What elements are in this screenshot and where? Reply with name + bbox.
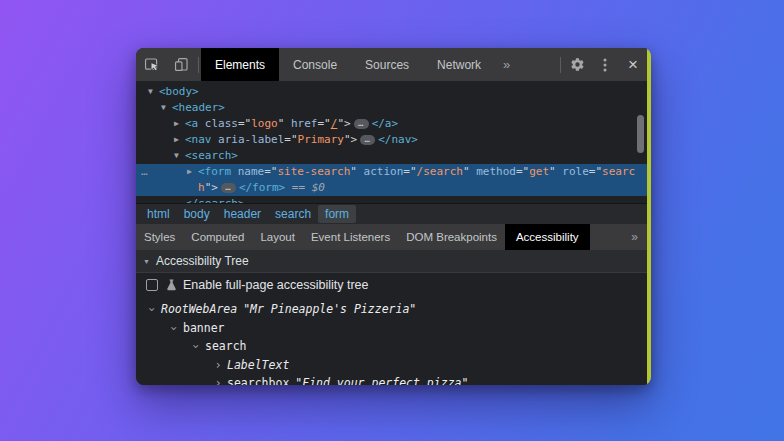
expand-arrow-icon[interactable]: ▶ [174, 116, 185, 132]
value-token: logo [251, 117, 278, 130]
tab-dom-breakpoints[interactable]: DOM Breakpoints [398, 224, 505, 250]
value-token: Primary [298, 133, 344, 146]
chevron-down-icon[interactable]: › [187, 340, 206, 352]
ax-node-search[interactable]: ›search [136, 337, 647, 356]
tag-token: </search> [185, 197, 245, 203]
tag-token: </nav> [378, 133, 418, 146]
attr-token: href [284, 117, 317, 130]
close-icon[interactable]: × [619, 48, 647, 81]
desktop-background: Elements Console Sources Network » [0, 0, 784, 441]
expand-arrow-icon[interactable]: ▶ [174, 132, 185, 148]
dom-tree-panel: ▼<body> ▼<header> ▶<a class="logo" href=… [136, 81, 647, 203]
tag-token: <search> [185, 149, 238, 162]
toolbar-divider [198, 57, 199, 73]
ax-role: search [205, 339, 247, 353]
ax-name-value: "Mr Pineapple's Pizzeria" [243, 302, 416, 316]
more-panels-button[interactable]: » [495, 48, 518, 81]
selected-node-hint: == $0 [285, 181, 325, 194]
tab-accessibility[interactable]: Accessibility [505, 224, 590, 250]
ax-role: RootWebArea [161, 302, 237, 316]
ax-node-labeltext[interactable]: ›LabelText [136, 356, 647, 375]
sidebar-tabs: Styles Computed Layout Event Listeners D… [136, 224, 647, 250]
kebab-menu-icon[interactable] [591, 48, 619, 81]
enable-a11y-checkbox[interactable] [146, 279, 158, 291]
tag-token: <body> [159, 85, 199, 98]
breadcrumb-item-html[interactable]: html [140, 205, 177, 223]
dom-node-body[interactable]: ▼<body> [136, 84, 647, 100]
close-glyph: × [628, 56, 638, 73]
expand-arrow-icon[interactable]: ▼ [148, 84, 159, 100]
devtools-panel: Elements Console Sources Network » [136, 48, 647, 385]
chevron-down-icon[interactable]: › [143, 303, 162, 315]
toolbar-divider [560, 57, 561, 73]
breadcrumb-item-form[interactable]: form [318, 205, 356, 223]
tab-network[interactable]: Network [423, 48, 495, 81]
enable-a11y-label: Enable full-page accessibility tree [183, 278, 369, 292]
ax-role: banner [183, 321, 225, 335]
ax-role: searchbox [227, 376, 289, 385]
expand-arrow-icon[interactable]: ▶ [187, 164, 198, 180]
tab-console[interactable]: Console [279, 48, 351, 81]
gutter-ellipsis[interactable]: … [141, 164, 149, 180]
tab-layout[interactable]: Layout [252, 224, 303, 250]
toolbar-right-controls: × [558, 48, 647, 81]
expand-arrow-icon[interactable]: ▼ [174, 148, 185, 164]
collapsed-content-ellipsis[interactable]: … [221, 183, 236, 193]
tab-sources[interactable]: Sources [351, 48, 423, 81]
ax-node-rootwebarea[interactable]: ›RootWebArea"Mr Pineapple's Pizzeria" [136, 300, 647, 319]
dom-tree-scrollbar[interactable] [637, 115, 644, 153]
expand-arrow-icon[interactable]: ▼ [161, 100, 172, 116]
enable-fullpage-a11y-row: Enable full-page accessibility tree [136, 273, 647, 297]
device-toolbar-icon[interactable] [166, 48, 196, 81]
collapsed-content-ellipsis[interactable]: … [360, 135, 375, 145]
tag-token: </form> [239, 181, 285, 194]
accessibility-tree: ›RootWebArea"Mr Pineapple's Pizzeria" ›b… [136, 297, 647, 385]
ax-role: LabelText [227, 358, 289, 372]
dom-node-form-selected[interactable]: … ▶<form name="site-search" action="/sea… [136, 164, 647, 196]
chevron-right-icon[interactable]: › [212, 356, 224, 375]
breadcrumb-item-header[interactable]: header [217, 205, 268, 223]
tag-token: <header> [172, 101, 225, 114]
dom-node-search[interactable]: ▼<search> [136, 148, 647, 164]
ax-node-banner[interactable]: ›banner [136, 319, 647, 338]
attr-token: aria-label [212, 133, 285, 146]
inspect-element-icon[interactable] [136, 48, 166, 81]
ax-name-value: "Find your perfect pizza" [295, 376, 468, 385]
tab-elements[interactable]: Elements [201, 48, 279, 81]
dom-node-logo-link[interactable]: ▶<a class="logo" href="/">…</a> [136, 116, 647, 132]
tab-styles[interactable]: Styles [136, 224, 183, 250]
breadcrumb-item-search[interactable]: search [268, 205, 318, 223]
attr-token: class [198, 117, 238, 130]
dom-node-nav[interactable]: ▶<nav aria-label="Primary">…</nav> [136, 132, 647, 148]
page-edge-strip [647, 48, 651, 385]
section-collapse-triangle-icon[interactable]: ▼ [143, 258, 150, 265]
devtools-window: Elements Console Sources Network » [136, 48, 651, 385]
tag-token: <a [185, 117, 198, 130]
ax-node-searchbox[interactable]: ›searchbox"Find your perfect pizza" [136, 374, 647, 385]
tab-event-listeners[interactable]: Event Listeners [303, 224, 398, 250]
more-sidebar-tabs-button[interactable]: » [622, 224, 647, 250]
tab-computed[interactable]: Computed [183, 224, 252, 250]
dom-node-search-close-clipped[interactable]: </search> [136, 196, 647, 203]
dom-node-header[interactable]: ▼<header> [136, 100, 647, 116]
tag-token: <form [198, 165, 231, 178]
settings-gear-icon[interactable] [563, 48, 591, 81]
experiment-flask-icon [165, 278, 178, 292]
toolbar-spacer [518, 48, 558, 81]
tag-token: <nav [185, 133, 212, 146]
section-title: Accessibility Tree [156, 254, 249, 268]
accessibility-tree-section-header[interactable]: ▼ Accessibility Tree [136, 250, 647, 273]
chevron-down-icon[interactable]: › [165, 322, 184, 334]
breadcrumb-item-body[interactable]: body [177, 205, 217, 223]
devtools-toolbar: Elements Console Sources Network » [136, 48, 647, 81]
chevron-right-icon[interactable]: › [212, 374, 224, 385]
breadcrumb: html body header search form [136, 203, 647, 224]
collapsed-content-ellipsis[interactable]: … [354, 119, 369, 129]
tag-token: </a> [372, 117, 399, 130]
